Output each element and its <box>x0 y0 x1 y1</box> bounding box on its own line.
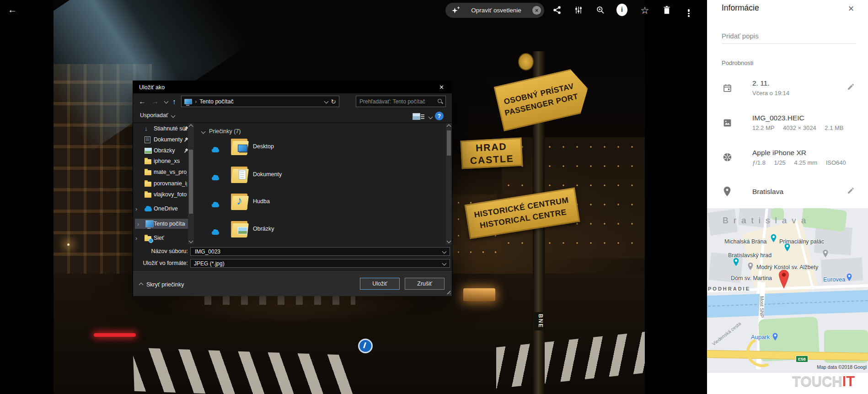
nav-forward-icon[interactable]: → <box>150 96 161 107</box>
format-combo[interactable]: JPEG (*.jpg) <box>190 259 450 268</box>
filename-label: Názov súboru: <box>133 247 188 256</box>
scrollbar-thumb[interactable] <box>189 150 193 214</box>
address-dropdown-icon[interactable] <box>324 99 329 104</box>
location-pin-icon <box>723 186 732 199</box>
touchit-watermark: TOUCHIT <box>792 373 855 390</box>
tree-item-downloads[interactable]: ↓ Stiahnuté súb <box>133 124 195 134</box>
map-label: Primaciálny palác <box>779 238 824 245</box>
collapse-icon <box>201 129 206 134</box>
folder-item-desktop[interactable]: Desktop <box>202 137 439 162</box>
breadcrumb-chevron-icon: › <box>195 98 197 105</box>
caption-input[interactable] <box>722 30 856 44</box>
share-icon[interactable] <box>552 5 563 16</box>
nav-back-icon[interactable]: ← <box>137 96 148 107</box>
breadcrumb: Tento počítač <box>199 98 322 105</box>
date-subtitle: Včera o 19:14 <box>752 90 796 97</box>
folder-icon <box>145 170 151 175</box>
tree-item-pictures[interactable]: Obrázky <box>133 146 195 156</box>
tree-item-folder[interactable]: iphone_xs <box>133 156 195 166</box>
edit-date-icon[interactable] <box>847 83 855 92</box>
cancel-button[interactable]: Zrušiť <box>405 278 445 290</box>
dialog-close-icon[interactable]: × <box>431 81 452 93</box>
location-map[interactable]: Bratislava <box>707 208 868 373</box>
format-label: Uložiť vo formáte: <box>133 259 188 268</box>
caption-field[interactable] <box>722 30 856 44</box>
network-icon <box>145 236 151 241</box>
tree-item-network[interactable]: › Sieť <box>133 233 195 243</box>
favorite-icon[interactable]: ☆ <box>639 5 650 16</box>
hide-folders-button[interactable]: Skryť priečinky <box>139 281 184 288</box>
google-photos-viewer: OSOBNÝ PRÍSTAV PASSENGER PORT HRAD CASTL… <box>0 0 868 394</box>
chevron-down-icon[interactable] <box>442 261 447 266</box>
map-pin-michalska <box>770 234 777 244</box>
close-icon[interactable]: × <box>845 3 857 15</box>
chevron-right-icon[interactable]: › <box>135 205 137 212</box>
back-icon[interactable]: ← <box>6 4 18 16</box>
scroll-up-icon[interactable] <box>447 124 451 129</box>
tree-scrollbar[interactable] <box>188 123 194 244</box>
zoom-icon[interactable] <box>595 5 606 16</box>
pedestrian-sign <box>358 339 373 353</box>
chevron-right-icon[interactable]: › <box>135 235 137 242</box>
filename-input[interactable] <box>194 248 439 255</box>
scroll-down-icon[interactable] <box>447 239 451 243</box>
map-route-badge: E58 <box>796 356 808 362</box>
search-input[interactable] <box>359 98 437 105</box>
photo-overlay-icon <box>238 227 247 234</box>
list-scrollbar[interactable] <box>446 123 452 244</box>
change-view-icon[interactable] <box>413 113 420 120</box>
tree-item-this-pc[interactable]: › Tento počítač <box>135 219 193 229</box>
filename-combo[interactable] <box>190 247 450 256</box>
folder-item-documents[interactable]: Dokumenty <box>202 165 439 190</box>
chevron-right-icon[interactable]: › <box>137 221 139 227</box>
cloud-status-icon <box>212 204 219 207</box>
edit-place-icon[interactable] <box>847 187 855 196</box>
tree-item-onedrive[interactable]: › OneDrive <box>133 204 195 214</box>
search-icon <box>437 98 443 104</box>
help-icon[interactable]: ? <box>435 112 444 120</box>
tree-item-folder[interactable]: mate_vs_pro_201 <box>133 167 195 177</box>
save-button[interactable]: Uložiť <box>360 278 400 290</box>
organize-button[interactable]: Usporiadať <box>140 112 175 119</box>
refresh-icon[interactable]: ↻ <box>331 98 336 105</box>
music-note-icon: ♪ <box>236 194 242 208</box>
tune-icon[interactable] <box>573 5 584 16</box>
tree-item-documents[interactable]: Dokumenty <box>133 135 195 145</box>
chevron-down-icon[interactable] <box>442 249 447 254</box>
hide-folders-label: Skryť priečinky <box>146 281 184 288</box>
chip-close-icon[interactable]: × <box>532 6 541 15</box>
map-label: Dóm sv. Martina <box>731 275 772 281</box>
nav-up-icon[interactable]: ↑ <box>169 96 180 107</box>
search-box[interactable] <box>356 96 446 107</box>
desktop-overlay-icon <box>238 145 247 152</box>
organize-label: Usporiadať <box>140 112 168 119</box>
folders-header-label: Priečinky (7) <box>209 128 241 135</box>
file-title: IMG_0023.HEIC <box>752 114 804 122</box>
street-sign-castle: HRAD CASTLE <box>460 138 523 169</box>
photo-texture <box>94 333 136 337</box>
map-pin-aupark <box>772 333 778 343</box>
scrollbar-thumb[interactable] <box>447 130 451 156</box>
fix-lighting-chip[interactable]: Opraviť osvetlenie × <box>445 3 544 18</box>
scroll-down-icon[interactable] <box>189 239 193 243</box>
scroll-up-icon[interactable] <box>189 124 193 129</box>
map-pin-eurovea <box>846 273 852 283</box>
document-icon <box>145 136 150 143</box>
download-icon: ↓ <box>145 125 152 132</box>
delete-icon[interactable] <box>661 5 672 16</box>
more-icon[interactable] <box>683 5 694 16</box>
camera-title: Apple iPhone XR <box>752 149 806 157</box>
map-river <box>707 290 868 318</box>
address-bar[interactable]: › Tento počítač ↻ <box>181 96 339 107</box>
folders-group-header[interactable]: Priečinky (7) <box>202 128 241 135</box>
tree-item-folder[interactable]: porovnanie_ipho <box>133 178 195 189</box>
map-attribution: Map data ©2018 Googl <box>817 364 867 370</box>
tree-item-folder[interactable]: vlajkovy_fototes <box>133 189 195 200</box>
pole-sticker: BNE <box>534 312 544 330</box>
view-dropdown-icon[interactable] <box>425 111 436 122</box>
folder-item-music[interactable]: ♪ Hudba <box>202 192 439 217</box>
info-icon[interactable]: i <box>616 4 627 15</box>
folder-item-pictures[interactable]: Obrázky <box>202 219 439 245</box>
map-pin-hrad <box>733 258 739 268</box>
dialog-navbar: ← → ↑ › Tento počítač ↻ <box>133 93 452 109</box>
